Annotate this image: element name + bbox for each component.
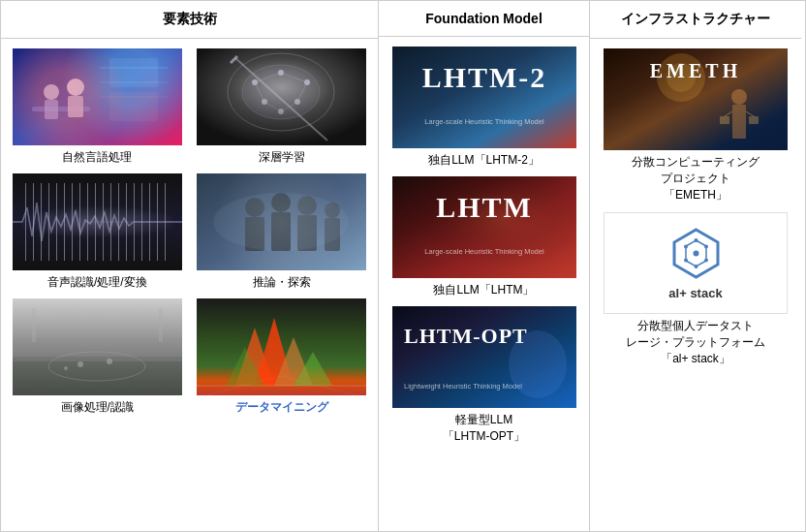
svg-point-86 bbox=[684, 244, 688, 248]
image-lhtm2: LHTM-2 Large-scale Heuristic Thinking Mo… bbox=[392, 47, 576, 148]
svg-rect-43 bbox=[32, 308, 36, 342]
label-audio: 音声認識/処理/変換 bbox=[47, 274, 147, 291]
image-aistack: al+ stack bbox=[604, 212, 788, 314]
image-deep bbox=[197, 48, 366, 145]
svg-point-41 bbox=[48, 352, 145, 381]
main-container: 要素技術 bbox=[0, 0, 806, 532]
svg-point-45 bbox=[78, 361, 83, 367]
label-lhtm: 独自LLM「LHTM」 bbox=[433, 282, 534, 298]
yoso-item-image: 画像処理/認識 bbox=[9, 298, 186, 416]
yoso-item-deep: 深層学習 bbox=[194, 48, 371, 166]
svg-rect-37 bbox=[325, 218, 340, 251]
hexagon-icon bbox=[669, 227, 723, 280]
svg-text:LHTM-2: LHTM-2 bbox=[421, 61, 546, 93]
column-yoso: 要素技術 bbox=[1, 1, 379, 531]
svg-point-82 bbox=[704, 244, 708, 248]
svg-rect-29 bbox=[197, 173, 366, 270]
label-lhtmopt: 軽量型LLM 「LHTM-OPT」 bbox=[443, 412, 525, 445]
label-lhtm2: 独自LLM「LHTM-2」 bbox=[428, 152, 540, 169]
label-emeth: 分散コンピューティング プロジェクト 「EMETH」 bbox=[632, 154, 760, 203]
svg-point-67 bbox=[509, 330, 567, 398]
infra-item-aistack: al+ stack 分散型個人データスト レージ・プラットフォーム 「al+ s… bbox=[598, 212, 793, 366]
content-yoso: 自然言語処理 bbox=[1, 39, 378, 531]
svg-text:LHTM: LHTM bbox=[436, 191, 533, 223]
svg-point-2 bbox=[44, 84, 59, 100]
yoso-item-audio: 音声認識/処理/変換 bbox=[9, 173, 186, 291]
svg-point-84 bbox=[694, 265, 698, 268]
svg-rect-76 bbox=[720, 116, 729, 124]
label-nlp: 自然言語処理 bbox=[62, 149, 132, 166]
label-image: 画像処理/認識 bbox=[61, 399, 134, 416]
content-infra: EMETH 分散コンピューティング プロジェクト 「EMETH」 bbox=[590, 39, 801, 531]
image-data-mining bbox=[197, 298, 366, 395]
label-aistack: 分散型個人データスト レージ・プラットフォーム 「al+ stack」 bbox=[626, 318, 765, 366]
svg-point-30 bbox=[245, 198, 264, 217]
svg-point-38 bbox=[213, 193, 349, 251]
svg-rect-0 bbox=[13, 48, 182, 145]
svg-rect-44 bbox=[159, 308, 163, 342]
svg-point-72 bbox=[731, 89, 747, 105]
svg-point-34 bbox=[297, 196, 317, 215]
svg-point-47 bbox=[64, 366, 68, 370]
svg-rect-77 bbox=[749, 116, 759, 124]
svg-text:EMETH: EMETH bbox=[650, 60, 741, 81]
aistack-brand-label: al+ stack bbox=[668, 286, 722, 300]
yoso-item-data: データマイニング bbox=[194, 298, 371, 416]
svg-text:Lightweight Heuristic Thinking: Lightweight Heuristic Thinking Model bbox=[404, 382, 522, 391]
svg-text:Large-scale Heuristic Thinking: Large-scale Heuristic Thinking Model bbox=[424, 247, 544, 256]
yoso-grid: 自然言語処理 bbox=[9, 48, 370, 416]
svg-point-32 bbox=[271, 193, 291, 212]
fm-item-lhtm2: LHTM-2 Large-scale Heuristic Thinking Mo… bbox=[387, 47, 581, 169]
image-nlp bbox=[13, 48, 182, 145]
svg-point-83 bbox=[704, 258, 708, 262]
infra-item-emeth: EMETH 分散コンピューティング プロジェクト 「EMETH」 bbox=[598, 48, 793, 203]
svg-rect-31 bbox=[245, 217, 264, 251]
svg-rect-35 bbox=[297, 215, 317, 251]
image-reasoning bbox=[197, 173, 366, 270]
image-emeth: EMETH bbox=[604, 48, 788, 150]
svg-rect-9 bbox=[109, 58, 158, 87]
header-yoso: 要素技術 bbox=[1, 1, 378, 39]
svg-rect-42 bbox=[13, 337, 182, 361]
svg-rect-28 bbox=[13, 173, 182, 270]
content-foundation: LHTM-2 Large-scale Heuristic Thinking Mo… bbox=[379, 37, 589, 531]
image-lhtmopt: LHTM-OPT Lightweight Heuristic Thinking … bbox=[392, 306, 576, 408]
svg-rect-33 bbox=[271, 212, 291, 251]
header-infra: インフラストラクチャー bbox=[590, 1, 801, 39]
svg-point-46 bbox=[107, 359, 112, 364]
svg-point-85 bbox=[684, 258, 688, 262]
column-foundation: Foundation Model L bbox=[379, 1, 590, 531]
column-infra: インフラストラクチャー bbox=[590, 1, 801, 531]
label-data: データマイニング bbox=[235, 399, 328, 416]
svg-rect-1 bbox=[32, 107, 90, 111]
svg-rect-73 bbox=[732, 105, 746, 139]
header-foundation: Foundation Model bbox=[379, 1, 589, 37]
label-deep: 深層学習 bbox=[259, 149, 305, 166]
svg-text:Large-scale Heuristic Thinking: Large-scale Heuristic Thinking Model bbox=[424, 117, 544, 126]
svg-point-4 bbox=[67, 78, 84, 96]
fm-item-lhtmopt: LHTM-OPT Lightweight Heuristic Thinking … bbox=[387, 306, 581, 445]
image-lhtm: LHTM Large-scale Heuristic Thinking Mode… bbox=[392, 176, 576, 278]
svg-rect-3 bbox=[45, 100, 58, 119]
svg-rect-39 bbox=[13, 298, 182, 395]
svg-text:LHTM-OPT: LHTM-OPT bbox=[404, 324, 528, 348]
svg-point-80 bbox=[693, 250, 698, 256]
fm-item-lhtm: LHTM Large-scale Heuristic Thinking Mode… bbox=[387, 176, 581, 298]
label-reasoning: 推論・探索 bbox=[253, 274, 311, 291]
svg-rect-5 bbox=[68, 96, 83, 117]
svg-rect-10 bbox=[109, 92, 158, 121]
svg-point-36 bbox=[325, 203, 340, 218]
image-image-proc bbox=[13, 298, 182, 395]
image-audio bbox=[13, 173, 182, 270]
svg-rect-40 bbox=[13, 357, 182, 395]
svg-point-81 bbox=[694, 238, 698, 242]
yoso-item-reasoning: 推論・探索 bbox=[194, 173, 371, 291]
yoso-item-nlp: 自然言語処理 bbox=[9, 48, 186, 166]
